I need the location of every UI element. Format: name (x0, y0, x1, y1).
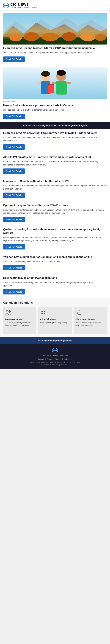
svg-marker-38 (76, 313, 78, 314)
article-title-7: Quebec is moving forward with measures t… (3, 228, 107, 235)
article-card-7: Quebec is moving forward with measures t… (0, 225, 110, 253)
article-label-2: Sponsor Content (3, 101, 107, 103)
forum-arrow-icon[interactable]: → (76, 328, 78, 332)
article-title-5: Immigrate to Canada without a job offer:… (3, 180, 107, 183)
article-card-8: You can now submit proof of Canadian cit… (0, 253, 110, 274)
article-excerpt-4: Alberta's October 26 draw results are no… (3, 160, 107, 166)
forum-icon (76, 310, 82, 317)
svg-rect-37 (76, 310, 80, 313)
footer-logo-icon (52, 348, 58, 354)
svg-rect-39 (78, 312, 81, 314)
article-title-8: You can now submit proof of Canadian cit… (3, 255, 107, 259)
read-article-1-button[interactable]: Read Full Article (3, 56, 25, 62)
footer-address-text: CICNews, 1303 Greene Ave., Suite 200, We… (28, 362, 81, 363)
ask-banner[interactable]: Ask us your immigration questions (0, 337, 110, 344)
svg-rect-24 (56, 81, 67, 94)
footer: The voice of Canadian immigration Contac… (0, 344, 110, 369)
article-excerpt-9: Canada has medical admissibility rules t… (3, 281, 107, 287)
svg-marker-40 (80, 314, 81, 316)
article-card-1: Express Entry: Second-lowest CRS for a P… (0, 13, 110, 65)
crs-arrow-icon[interactable]: → (40, 328, 43, 332)
read-article-3-button[interactable]: Read Full Article (3, 144, 25, 150)
landscape-svg-1 (3, 13, 107, 44)
svg-point-2 (5, 5, 6, 6)
footer-contact-link[interactable]: Contact (38, 358, 44, 360)
visa-cards-container: Free Assessment Find out if you are elig… (3, 307, 107, 334)
svg-point-18 (41, 71, 50, 76)
svg-rect-20 (37, 82, 41, 84)
svg-rect-36 (44, 312, 45, 314)
article-excerpt-8: Canada is now accepting online requests … (3, 260, 107, 263)
article-card-4: Alberta PNP invites more Express Entry c… (0, 153, 110, 177)
article-title-2: How to find a job in your profession or … (3, 104, 107, 107)
footer-logo: The voice of Canadian immigration (3, 348, 107, 356)
svg-point-29 (6, 310, 8, 312)
visa-card-crs[interactable]: CRS Calculator What is your Express Entr… (38, 307, 72, 334)
article-title-4: Alberta PNP invites more Express Entry c… (3, 156, 107, 159)
article-excerpt-3: With just two months remaining in the ye… (3, 136, 107, 142)
svg-rect-26 (66, 82, 71, 84)
svg-point-13 (62, 32, 76, 41)
crs-icon (40, 310, 46, 317)
visa-card-forum-title: Discussion Forum (76, 318, 94, 320)
svg-rect-34 (44, 311, 45, 312)
read-article-9-button[interactable]: Read Full Article (3, 289, 25, 294)
people-svg-2 (3, 68, 107, 99)
svg-rect-35 (42, 312, 43, 314)
footer-links: Contact | Privacy | About | Unsubscribe (3, 358, 107, 360)
svg-point-15 (95, 34, 106, 41)
article-title-3: Express Entry: No news from IRCC on when… (3, 131, 107, 135)
svg-rect-28 (48, 84, 54, 93)
article-title-1: Express Entry: Second-lowest CRS for a P… (3, 46, 107, 50)
eligibility-banner[interactable]: Find out if you are eligible for any Can… (0, 122, 110, 129)
article-excerpt-2: Here are tips on how to start your caree… (3, 108, 107, 112)
article-image-2 (3, 68, 107, 99)
footer-unsubscribe-link[interactable]: Unsubscribe (62, 358, 72, 360)
footer-privacy-link[interactable]: Privacy (47, 358, 52, 360)
assessment-arrow-icon[interactable]: → (5, 328, 8, 332)
article-card-5: Immigrate to Canada without a job offer:… (0, 177, 110, 201)
visa-card-assessment[interactable]: Free Assessment Find out if you are elig… (3, 307, 36, 334)
footer-address: CICNews, 1303 Greene Ave., Suite 200, We… (3, 361, 107, 366)
logo-icon (3, 3, 9, 8)
visa-card-crs-desc: What is your Express Entry ranking score… (40, 322, 70, 326)
svg-rect-25 (52, 82, 56, 84)
article-excerpt-5: If you are interested in immigrating to … (3, 184, 107, 190)
article-card-9: How health issues affect PGP application… (0, 274, 110, 298)
article-excerpt-6: If you want to stay in Canada beyond you… (3, 208, 107, 214)
visa-card-assessment-desc: Find out if you are eligible for any Can… (5, 322, 34, 326)
article-excerpt-7: Following consultations with labour mark… (3, 236, 107, 242)
read-article-8-button[interactable]: Read Full Article (3, 265, 25, 270)
svg-rect-33 (42, 311, 43, 312)
read-article-7-button[interactable]: Read Full Article (3, 244, 25, 250)
read-article-6-button[interactable]: Read Full Article (3, 217, 25, 222)
logo-text: CIC NEWS The voice of Canadian immigrati… (10, 2, 37, 8)
canada-visa-title: CanadaVisa Solutions (3, 301, 107, 304)
footer-about-link[interactable]: About (55, 358, 60, 360)
page-container: CIC NEWS The voice of Canadian immigrati… (0, 0, 110, 369)
read-article-5-button[interactable]: Read Full Article (3, 192, 25, 198)
visa-card-forum-desc: Join the world's largest Canadian immigr… (76, 322, 105, 326)
article-title-6: Options to stay in Canada after your PGW… (3, 204, 107, 207)
article-card-2: Sponsor Content How to find a job in you… (0, 68, 110, 122)
svg-point-14 (80, 33, 96, 41)
read-article-2-button[interactable]: Read Full Article (3, 114, 25, 119)
article-title-9: How health issues affect PGP application… (3, 276, 107, 280)
footer-logo-text: The voice of Canadian immigration (42, 354, 68, 356)
logo-title: CIC NEWS (10, 2, 37, 6)
footer-copyright: © Campbell, Cohen. All rights reserved. (41, 364, 69, 366)
svg-point-43 (54, 350, 56, 351)
svg-point-11 (24, 32, 39, 41)
assessment-icon (5, 310, 11, 317)
logo-subtitle: The voice of Canadian immigration (10, 6, 37, 8)
article-card-3: Express Entry: No news from IRCC on when… (0, 129, 110, 153)
article-image-1 (3, 13, 107, 44)
header: CIC NEWS The voice of Canadian immigrati… (0, 0, 110, 10)
article-card-6: Options to stay in Canada after your PGW… (0, 201, 110, 225)
article-excerpt-1: On November 10, Canada invited 775 Expre… (3, 51, 107, 54)
visa-card-forum[interactable]: Discussion Forum Join the world's larges… (74, 307, 107, 334)
read-article-4-button[interactable]: Read Full Article (3, 168, 25, 174)
svg-point-12 (42, 33, 59, 41)
canada-visa-section: CanadaVisa Solutions Free Assessment Fin (0, 298, 110, 337)
visa-card-assessment-title: Free Assessment (5, 318, 23, 320)
